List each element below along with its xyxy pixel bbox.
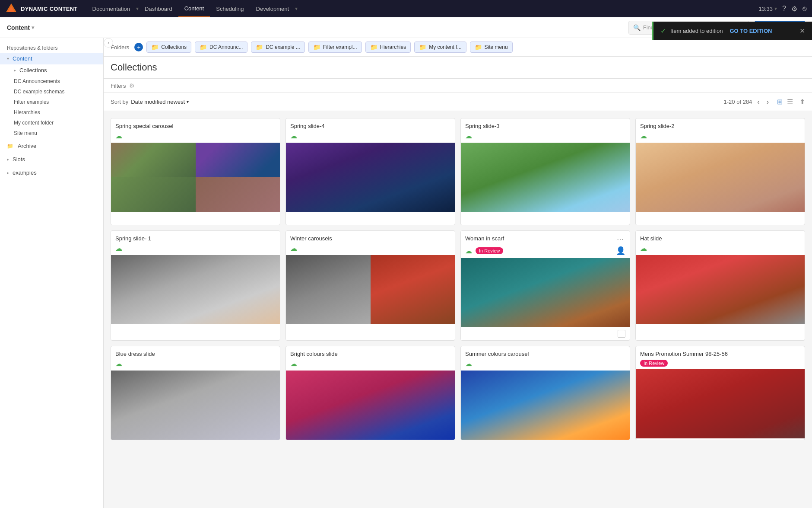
- sidebar-item-hierarchies[interactable]: Hierarchies: [0, 107, 103, 118]
- nav-time: 13:33 ▾: [759, 6, 777, 12]
- card-spring-special-carousel[interactable]: Spring special carousel ☁: [111, 118, 280, 225]
- folder-chip-my-content-f[interactable]: 📁 My content f...: [414, 42, 466, 53]
- slots-section: ▸ Slots: [0, 153, 103, 165]
- folder-icon: 📁: [370, 44, 377, 51]
- card-spring-slide-3[interactable]: Spring slide-3 ☁: [460, 118, 630, 225]
- settings-icon[interactable]: ⚙: [791, 5, 797, 13]
- filters-label: Filters: [111, 83, 126, 89]
- card-checkbox[interactable]: [618, 330, 625, 338]
- nav-items: Documentation ▾ Dashboard Content Schedu…: [86, 0, 759, 17]
- sidebar-item-content[interactable]: ▾ Content: [0, 53, 103, 64]
- card-image: [636, 143, 805, 212]
- toast-close-icon[interactable]: ✕: [799, 27, 805, 35]
- content-title[interactable]: Content ▾: [7, 24, 34, 31]
- card-menu-button[interactable]: ⋯: [615, 235, 625, 243]
- sort-bar: Sort by Date modified newest ▾ 1-20 of 2…: [104, 93, 812, 111]
- filter-icon[interactable]: ⚙: [129, 82, 135, 89]
- nav-dashboard[interactable]: Dashboard: [139, 0, 178, 17]
- nav-documentation[interactable]: Documentation: [86, 0, 136, 17]
- nav-development[interactable]: Development: [250, 0, 295, 17]
- card-title: Blue dress slide: [115, 351, 276, 357]
- card-winter-carousels[interactable]: Winter carousels ☁: [285, 230, 455, 341]
- sidebar-item-examples[interactable]: ▸ examples: [0, 167, 103, 179]
- sidebar-content-label: Content: [13, 55, 32, 62]
- sidebar-collapse-button[interactable]: ‹: [104, 38, 113, 48]
- add-folder-button[interactable]: +: [134, 43, 143, 51]
- card-spring-slide-2[interactable]: Spring slide-2 ☁: [635, 118, 805, 225]
- card-blue-dress-slide[interactable]: Blue dress slide ☁: [111, 346, 280, 440]
- caret-icon: ▸: [7, 170, 9, 175]
- card-icons: ☁: [286, 132, 455, 143]
- sidebar-item-my-content-folder[interactable]: My content folder: [0, 118, 103, 128]
- app-logo[interactable]: DYNAMIC CONTENT: [5, 3, 78, 15]
- sort-right: 1-20 of 284 ‹ › ⊞ ☰ ⬆: [724, 96, 805, 107]
- card-header: Bright colours slide: [286, 346, 455, 360]
- grid-view-button[interactable]: ⊞: [776, 96, 784, 107]
- card-mens-promotion-summer[interactable]: Mens Promotion Summer 98-25-56 In Review: [635, 346, 805, 440]
- sidebar-item-dc-example-schemas[interactable]: DC example schemas: [0, 86, 103, 97]
- logout-icon[interactable]: ⎋: [802, 5, 807, 13]
- cloud-sync-icon: ☁: [465, 247, 472, 255]
- card-image: [461, 258, 630, 327]
- card-spring-slide-4[interactable]: Spring slide-4 ☁: [285, 118, 455, 225]
- cloud-sync-icon: ☁: [115, 360, 122, 368]
- pagination-next-button[interactable]: ›: [765, 97, 771, 107]
- archive-icon: 📁: [7, 143, 13, 149]
- help-icon[interactable]: ?: [782, 5, 786, 13]
- card-header: Summer colours carousel: [461, 346, 630, 360]
- cloud-sync-icon: ☁: [465, 360, 472, 368]
- sidebar-item-slots[interactable]: ▸ Slots: [0, 153, 103, 165]
- folder-chip-label: Filter exampl...: [323, 44, 357, 50]
- folder-icon: 📁: [151, 44, 159, 51]
- nav-scheduling[interactable]: Scheduling: [210, 0, 250, 17]
- card-image: [111, 371, 280, 440]
- card-title: Spring slide-4: [290, 123, 450, 129]
- card-hat-slide[interactable]: Hat slide ☁: [635, 230, 805, 341]
- card-spring-slide-1[interactable]: Spring slide- 1 ☁: [111, 230, 280, 341]
- card-title: Spring slide- 1: [115, 235, 276, 242]
- cloud-sync-icon: ☁: [465, 132, 472, 140]
- toast-check-icon: ✓: [660, 27, 666, 35]
- card-woman-in-scarf[interactable]: Woman in scarf ⋯ ☁ In Review 👤: [460, 230, 630, 341]
- sidebar-item-collections[interactable]: ▸ Collections: [0, 64, 103, 76]
- card-footer: [636, 212, 805, 225]
- toast-notification: ✓ Item added to edition GO TO EDITION ✕: [652, 22, 812, 40]
- sort-chevron-icon: ▾: [187, 99, 189, 104]
- card-header: Spring special carousel: [111, 118, 280, 132]
- card-summer-colours-carousel[interactable]: Summer colours carousel ☁: [460, 346, 630, 440]
- folder-chip-dc-example[interactable]: 📁 DC example ...: [251, 42, 304, 53]
- card-header: Spring slide- 1: [111, 231, 280, 244]
- card-header: Blue dress slide: [111, 346, 280, 360]
- card-title: Spring slide-2: [640, 123, 800, 129]
- card-footer: [111, 324, 280, 337]
- folder-chip-collections[interactable]: 📁 Collections: [146, 42, 191, 53]
- sidebar-item-dc-announcements[interactable]: DC Announcements: [0, 76, 103, 86]
- examples-section: ▸ examples: [0, 167, 103, 179]
- caret-icon: ▸: [14, 68, 16, 73]
- sidebar-item-site-menu[interactable]: Site menu: [0, 128, 103, 138]
- folder-chip-dc-announc[interactable]: 📁 DC Announc...: [195, 42, 247, 53]
- card-image: [461, 371, 630, 440]
- pagination-prev-button[interactable]: ‹: [755, 97, 761, 107]
- sidebar-item-filter-examples[interactable]: Filter examples: [0, 97, 103, 107]
- folder-chip-site-menu[interactable]: 📁 Site menu: [470, 42, 513, 53]
- folders-toolbar: Folders + 📁 Collections 📁 DC Announc... …: [104, 38, 812, 57]
- card-bright-colours-slide[interactable]: Bright colours slide ☁: [285, 346, 455, 440]
- sidebar-item-archive[interactable]: 📁 Archive: [0, 140, 103, 152]
- list-view-button[interactable]: ☰: [786, 96, 794, 107]
- card-image: [461, 143, 630, 212]
- scroll-to-top-button[interactable]: ⬆: [799, 98, 805, 106]
- card-title: Bright colours slide: [290, 351, 450, 357]
- folder-icon: 📁: [475, 44, 482, 51]
- folder-icon: 📁: [313, 44, 320, 51]
- sort-select[interactable]: Date modified newest ▾: [131, 99, 189, 105]
- nav-content[interactable]: Content: [178, 0, 210, 17]
- folder-chip-hierarchies[interactable]: 📁 Hierarchies: [365, 42, 411, 53]
- card-image: [636, 255, 805, 324]
- card-header: Spring slide-3: [461, 118, 630, 132]
- card-icons: ☁: [286, 360, 455, 371]
- toast-go-to-edition-link[interactable]: GO TO EDITION: [730, 28, 772, 34]
- sidebar-archive-label: Archive: [18, 143, 36, 149]
- card-footer: [286, 212, 455, 225]
- folder-chip-filter-exampl[interactable]: 📁 Filter exampl...: [308, 42, 362, 53]
